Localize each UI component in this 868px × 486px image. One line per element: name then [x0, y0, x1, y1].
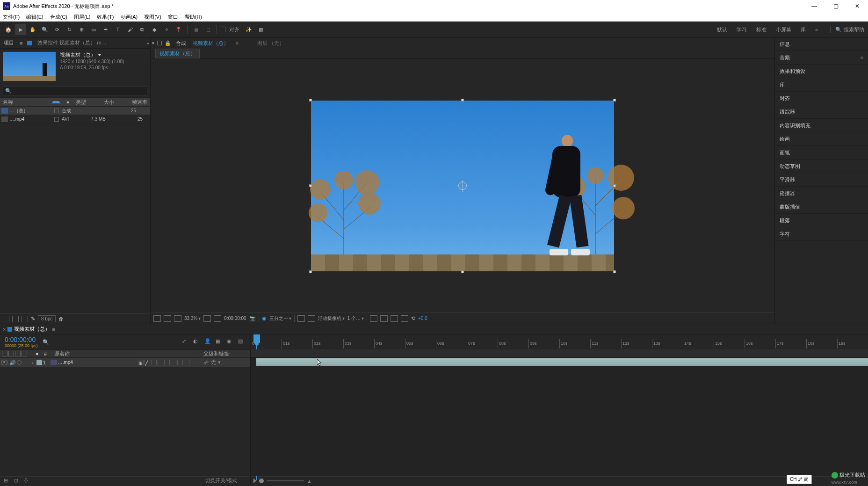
views-dropdown[interactable]: 1 个… — [347, 315, 364, 322]
panel-audio[interactable]: 音频≡ — [775, 51, 868, 65]
delete-icon[interactable]: 🗑 — [58, 316, 64, 322]
layer-visibility-icon[interactable] — [1, 360, 7, 365]
snapshot-icon[interactable]: 📷 — [249, 315, 256, 321]
transform-handle[interactable] — [613, 184, 616, 187]
panel-content-aware[interactable]: 内容识别填充 — [775, 119, 868, 132]
timeline-layer-row[interactable]: 🔊 › 1 ….mp4 ⊕ ╱ — [0, 358, 250, 367]
menu-effect[interactable]: 效果(T) — [97, 14, 114, 21]
panel-info[interactable]: 信息 — [775, 37, 868, 51]
project-tab[interactable]: 项目 — [1, 38, 17, 47]
panel-motion-sketch[interactable]: 动态草图 — [775, 160, 868, 173]
toggle-modes-icon[interactable]: ⊡ — [14, 478, 21, 484]
layer-name[interactable]: ….mp4 — [58, 360, 138, 365]
guides-icon[interactable] — [308, 315, 315, 322]
panel-paragraph[interactable]: 段落 — [775, 214, 868, 227]
col-label-icon[interactable]: ● — [63, 99, 73, 105]
panel-wiggler[interactable]: 摇摆器 — [775, 187, 868, 200]
item-label-swatch[interactable] — [54, 117, 59, 122]
layer-fb-toggle[interactable] — [158, 360, 163, 365]
comp-mini-flowchart-icon[interactable]: ⤢ — [182, 338, 189, 346]
exposure-value[interactable]: +0.0 — [418, 316, 427, 321]
menu-edit[interactable]: 编辑(E) — [26, 14, 43, 21]
zoom-tool[interactable]: 🔍 — [39, 24, 51, 35]
pen-tool[interactable]: ✒ — [100, 24, 111, 35]
timeline-icon[interactable] — [391, 315, 398, 322]
layer-shy-toggle[interactable]: ⊕ — [138, 360, 144, 365]
adjustment-icon[interactable]: ✎ — [31, 316, 35, 322]
layer-adj-toggle[interactable] — [171, 360, 176, 365]
snap-options-icon[interactable]: ✨ — [243, 24, 254, 35]
flowchart-icon[interactable] — [401, 315, 408, 322]
viewer-lock-icon[interactable] — [157, 41, 162, 45]
panel-menu-icon[interactable]: ≡ — [861, 55, 863, 60]
snap-checkbox[interactable] — [220, 27, 225, 32]
new-folder-icon[interactable] — [12, 316, 19, 322]
parent-pickwhip-icon[interactable]: ☍ — [203, 360, 209, 365]
transform-handle[interactable] — [613, 99, 616, 102]
pixel-aspect-icon[interactable] — [370, 315, 377, 322]
parent-dropdown-icon[interactable] — [218, 359, 221, 365]
col-source-name[interactable]: 源名称 — [52, 350, 138, 357]
puppet-tool[interactable]: 📍 — [173, 24, 184, 35]
flow-tab[interactable]: 视频素材（总） — [155, 49, 200, 58]
work-area-bar[interactable] — [251, 349, 868, 358]
layer-lock-icon[interactable] — [23, 360, 29, 365]
channel-icon[interactable]: ◉ — [262, 315, 267, 321]
item-folder-icon[interactable]: ⋮ — [144, 108, 150, 114]
timeline-search-icon[interactable]: 🔍 — [43, 339, 49, 345]
comp-thumbnail[interactable] — [3, 51, 56, 81]
workspace-library[interactable]: 库 — [801, 26, 806, 33]
toggle-switches-icon[interactable]: ⊞ — [4, 478, 10, 484]
resolution-dropdown[interactable]: 三分之一 — [269, 315, 291, 322]
composition-canvas[interactable] — [311, 101, 614, 271]
panel-effects-presets[interactable]: 效果和预设 — [775, 65, 868, 78]
interpret-footage-icon[interactable] — [3, 316, 9, 322]
brush-tool[interactable]: 🖌 — [124, 24, 136, 35]
parent-value[interactable]: 无 — [211, 359, 216, 366]
transparency-grid-icon[interactable] — [164, 315, 171, 322]
roto-tool[interactable]: ✧ — [161, 24, 172, 35]
zoom-dropdown[interactable]: 33.3% — [184, 316, 201, 321]
anchor-tool[interactable]: ⊕ — [76, 24, 87, 35]
workspace-default[interactable]: 默认 — [717, 26, 727, 33]
time-ruler[interactable]: 00s01s02s03s04s05s06s07s08s09s10s11s12s1… — [251, 334, 868, 349]
close-button[interactable]: ✕ — [846, 0, 868, 12]
viewer-comp-name[interactable]: 视频素材（总） — [191, 39, 231, 48]
col-video-icon[interactable] — [2, 351, 7, 356]
viewer-canvas-area[interactable] — [151, 59, 774, 312]
col-label-icon[interactable]: ● — [36, 351, 44, 356]
layer-twirl-icon[interactable]: › — [32, 360, 34, 365]
menu-view[interactable]: 视图(V) — [144, 14, 161, 21]
panel-tracker[interactable]: 跟踪器 — [775, 105, 868, 119]
layer-extra-toggle[interactable] — [184, 360, 189, 365]
transform-handle[interactable] — [309, 184, 312, 187]
viewer-close-icon[interactable]: × — [152, 40, 154, 46]
layer-color-swatch[interactable] — [36, 360, 42, 365]
panel-smoother[interactable]: 平滑器 — [775, 173, 868, 187]
col-lock-icon[interactable] — [22, 351, 27, 356]
camera-dropdown[interactable]: 活动摄像机 — [318, 315, 345, 322]
project-tab-menu-icon[interactable]: ≡ — [20, 40, 22, 46]
viewer-layer-tab[interactable]: 图层 （无） — [255, 39, 286, 48]
viewer-tab-menu-icon[interactable]: ≡ — [235, 40, 238, 46]
workspace-more-icon[interactable]: » — [815, 27, 818, 32]
layer-mb-toggle[interactable] — [164, 360, 170, 365]
viewer-timecode[interactable]: 0:00:00:00 — [224, 316, 246, 321]
toggle-in-out-icon[interactable]: {} — [24, 478, 31, 484]
zoom-track[interactable] — [267, 480, 304, 481]
panel-brushes[interactable]: 画笔 — [775, 146, 868, 160]
shy-icon[interactable]: 👤 — [204, 338, 212, 346]
col-size[interactable]: 大小 — [96, 99, 117, 106]
menu-help[interactable]: 帮助(H) — [185, 14, 202, 21]
current-timecode[interactable]: 0:00:00:00 — [5, 336, 38, 343]
graph-editor-icon[interactable]: ▧ — [238, 338, 246, 346]
viewer-pref-icon[interactable]: 🔒 — [165, 40, 171, 46]
new-comp-icon[interactable] — [22, 316, 28, 322]
col-solo-icon[interactable] — [15, 351, 21, 356]
menu-layer[interactable]: 图层(L) — [74, 14, 90, 21]
clone-tool[interactable]: ⧉ — [137, 24, 148, 35]
panel-overflow-icon[interactable]: » — [146, 40, 149, 46]
effect-controls-tab[interactable]: 效果控件 视频素材（总）.m… — [35, 38, 109, 47]
transform-handle[interactable] — [461, 270, 464, 273]
zoom-slider[interactable] — [259, 479, 264, 483]
